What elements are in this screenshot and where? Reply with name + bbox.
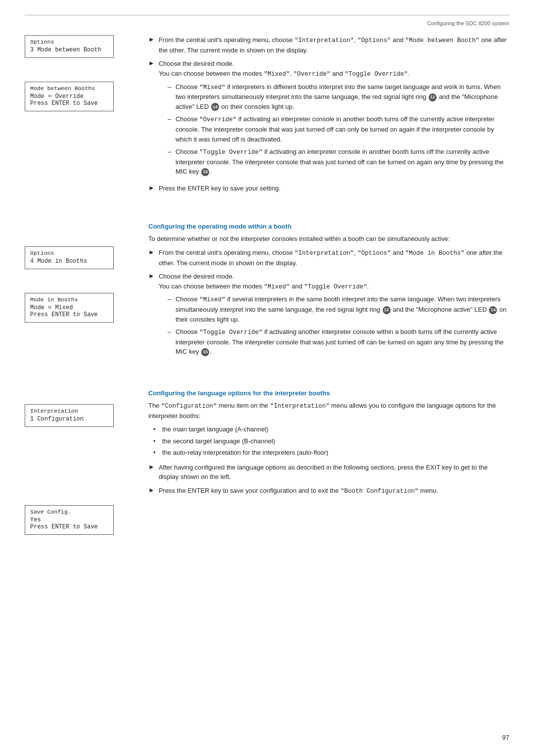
section2-bullet2-text: Choose the desired mode. You can choose …	[159, 272, 509, 360]
section3-box2-line1: Yes	[30, 517, 108, 523]
section2-box1-title: Options	[30, 250, 108, 256]
circle-num-14b: 14	[489, 306, 497, 314]
section1-box1-wrap: Options 3 Mode between Booth	[25, 35, 134, 67]
section1-bullet2-text: Choose the desired mode. You can choose …	[159, 59, 509, 180]
section2-box1: Options 4 Mode in Booths	[25, 246, 114, 269]
arrow-icon-s2-2: ►	[148, 272, 155, 280]
section1-box1-row: 3 Mode between Booth	[30, 47, 108, 53]
section2-dash1: Choose "Mixed" if several interpreters i…	[168, 294, 509, 324]
section3-dot3: the auto-relay interpretation for the in…	[153, 448, 509, 458]
section1-box2-wrap: Mode between Booths Mode = Override Pres…	[25, 82, 134, 120]
section2-box2-line2: Press ENTER to Save	[30, 311, 108, 318]
section2-box1-row: 4 Mode in Booths	[30, 258, 108, 265]
arrow-icon-3: ►	[148, 184, 155, 191]
section3-dot2: the second target language (B-channel)	[153, 436, 509, 446]
section3-bullet2: ► Press the ENTER key to save your confi…	[148, 486, 509, 496]
arrow-icon-s3-1: ►	[148, 463, 155, 471]
circle-num-12: 12	[429, 94, 437, 101]
section2-bullet1-text: From the central unit's operating menu, …	[159, 248, 509, 268]
section2-bullet2: ► Choose the desired mode. You can choos…	[148, 272, 509, 360]
arrow-icon-2: ►	[148, 59, 155, 67]
section1-box1: Options 3 Mode between Booth	[25, 35, 114, 58]
section1-bullet1: ► From the central unit's operating menu…	[148, 35, 509, 55]
section2-box2: Mode in Booths Mode = Mixed Press ENTER …	[25, 293, 114, 323]
section2-box2-wrap: Mode in Booths Mode = Mixed Press ENTER …	[25, 293, 134, 331]
section1-box2-line2: Press ENTER to Save	[30, 100, 108, 107]
section3-heading: Configuring the language options for the…	[148, 389, 509, 397]
section1-bullet3: ► Press the ENTER key to save your setti…	[148, 184, 509, 193]
circle-num-15b: 15	[201, 348, 209, 356]
section1-box2-title: Mode between Booths	[30, 85, 108, 92]
section2-area: Options 4 Mode in Booths Mode in Booths …	[25, 212, 509, 364]
section3-box2-title: Save Config.	[30, 509, 108, 515]
section2-heading: Configuring the operating mode within a …	[148, 223, 509, 230]
section1-right: ► From the central unit's operating menu…	[143, 35, 509, 197]
page-number: 97	[502, 734, 509, 741]
section3-bullet2-text: Press the ENTER key to save your configu…	[159, 486, 438, 496]
section2-intro: To determine whether or not the interpre…	[148, 234, 509, 244]
circle-num-15a: 15	[201, 168, 209, 176]
page-container: Configuring the SDC 8200 system Options …	[0, 0, 534, 756]
section1-left: Options 3 Mode between Booth Mode betwee…	[25, 35, 143, 197]
section3-dot-list: the main target language (A-channel) the…	[153, 425, 509, 458]
section2-left: Options 4 Mode in Booths Mode in Booths …	[25, 212, 143, 364]
section3-box2-wrap: Save Config. Yes Press ENTER to Save	[25, 505, 134, 544]
section1-bullet1-text: From the central unit's operating menu, …	[159, 35, 509, 55]
section2-bullet1: ► From the central unit's operating menu…	[148, 248, 509, 268]
section1-dash-list: Choose "Mixed" if interpreters in differ…	[168, 82, 509, 177]
arrow-icon-s2-1: ►	[148, 248, 155, 256]
section3-left: Interpretation 1 Configuration Save Conf…	[25, 378, 143, 559]
section1-box1-title: Options	[30, 39, 108, 45]
section3-area: Interpretation 1 Configuration Save Conf…	[25, 378, 509, 559]
section1-bullet3-text: Press the ENTER key to save your setting…	[159, 184, 280, 193]
section2-box2-title: Mode in Booths	[30, 296, 108, 303]
section3-box2: Save Config. Yes Press ENTER to Save	[25, 505, 114, 535]
arrow-icon-s3-2: ►	[148, 486, 155, 494]
section1-dash3: Choose "Toggle Override" if activating a…	[168, 147, 509, 177]
section3-box1: Interpretation 1 Configuration	[25, 404, 114, 427]
section3-bullet1: ► After having configured the language o…	[148, 463, 509, 482]
section3-left-spacer	[25, 378, 134, 404]
section3-box1-title: Interpretation	[30, 408, 108, 414]
section1-dash1: Choose "Mixed" if interpreters in differ…	[168, 82, 509, 112]
arrow-icon-1: ►	[148, 36, 155, 43]
section3-box1-wrap: Interpretation 1 Configuration	[25, 404, 134, 436]
section1-box2-line1: Mode = Override	[30, 93, 108, 100]
section1-area: Options 3 Mode between Booth Mode betwee…	[25, 35, 509, 197]
section3-box2-line2: Press ENTER to Save	[30, 523, 108, 530]
section1-dash2: Choose "Override" if activating an inter…	[168, 114, 509, 144]
section3-left-spacer2	[25, 451, 134, 505]
section2-box2-line1: Mode = Mixed	[30, 304, 108, 311]
section3-dot1: the main target language (A-channel)	[153, 425, 509, 434]
section-divider-1	[25, 197, 509, 212]
header-title: Configuring the SDC 8200 system	[427, 20, 509, 26]
section2-box1-wrap: Options 4 Mode in Booths	[25, 246, 134, 278]
section2-dash-list: Choose "Mixed" if several interpreters i…	[168, 294, 509, 357]
section2-left-spacer	[25, 212, 134, 246]
circle-num-14a: 14	[211, 103, 219, 111]
circle-num-12b: 12	[383, 306, 391, 314]
section2-right: Configuring the operating mode within a …	[143, 212, 509, 364]
section1-box2: Mode between Booths Mode = Override Pres…	[25, 82, 114, 111]
section3-bullet1-text: After having configured the language opt…	[159, 463, 509, 482]
section3-intro: The "Configuration" menu item on the "In…	[148, 401, 509, 421]
section1-bullet2: ► Choose the desired mode. You can choos…	[148, 59, 509, 180]
top-rule	[25, 15, 509, 15]
section-divider-2	[25, 364, 509, 378]
section3-right: Configuring the language options for the…	[143, 378, 509, 559]
section2-dash2: Choose "Toggle Override" if activating a…	[168, 327, 509, 357]
page-header: Configuring the SDC 8200 system	[25, 20, 509, 26]
section3-box1-row: 1 Configuration	[30, 416, 108, 423]
